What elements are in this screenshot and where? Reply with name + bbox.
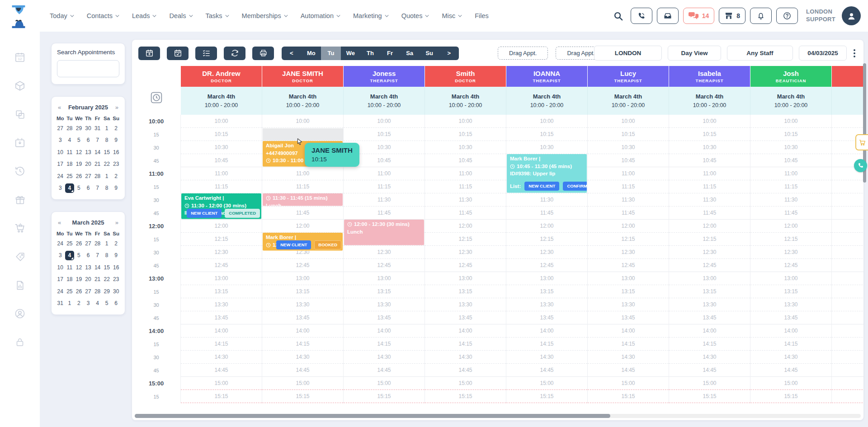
calendar-day[interactable]: 14 <box>93 148 102 157</box>
time-slot[interactable]: 10:45 <box>588 154 669 167</box>
calendar-day[interactable]: 12 <box>74 263 84 272</box>
help-button[interactable] <box>776 8 798 24</box>
time-slot[interactable]: 14:30 <box>588 351 669 364</box>
time-slot[interactable]: 10:30 <box>669 141 750 154</box>
calendar-day[interactable]: 5 <box>74 136 84 145</box>
weekday-button-we[interactable]: We <box>341 47 361 60</box>
time-slot[interactable]: 15:15 <box>344 390 425 403</box>
time-slot[interactable]: 12:30 <box>832 246 863 259</box>
rail-item-calendar-import[interactable] <box>13 136 27 150</box>
time-slot[interactable]: 15:00 <box>425 377 506 390</box>
time-slot[interactable]: 14:15 <box>425 338 506 351</box>
horizontal-scrollbar[interactable] <box>135 414 610 418</box>
time-slot[interactable]: 14:30 <box>425 351 506 364</box>
time-slot[interactable]: 13:30 <box>181 298 262 311</box>
time-slot[interactable]: 10:00 <box>262 115 343 128</box>
time-slot[interactable]: 11:30 <box>832 193 863 206</box>
calendar-day[interactable]: 3 <box>56 251 65 260</box>
rail-item-price-tag[interactable]: $ <box>13 250 27 263</box>
time-slot[interactable]: 12:45 <box>262 259 343 272</box>
nav-item-today[interactable]: Today <box>50 12 74 19</box>
time-slot[interactable]: 10:30 <box>750 141 831 154</box>
calendar-day[interactable]: 23 <box>111 275 121 284</box>
time-slot[interactable]: 13:45 <box>181 311 262 324</box>
time-slot[interactable]: 10:15 <box>425 128 506 141</box>
calendar-day[interactable]: 9 <box>111 136 121 145</box>
nav-item-automation[interactable]: Automation <box>301 12 340 19</box>
weekday-button-su[interactable]: Su <box>420 47 439 60</box>
nav-item-leads[interactable]: Leads <box>132 12 157 19</box>
time-slot[interactable]: 12:15 <box>750 233 831 246</box>
calendar-day[interactable]: 4 <box>65 183 75 193</box>
calendar-day[interactable]: 10 <box>56 148 65 157</box>
time-slot[interactable]: 11:30 <box>344 193 425 206</box>
time-slot[interactable]: 11:00 <box>425 167 506 180</box>
calendar-day[interactable]: 6 <box>84 183 93 193</box>
calendar-day[interactable]: 26 <box>74 287 84 296</box>
calendar-day[interactable]: 1 <box>102 172 112 181</box>
appointment[interactable]: 12:00 - 12:30 (30 mins)Lunch <box>344 220 424 245</box>
time-slot[interactable]: 13:15 <box>669 285 750 298</box>
rail-item-gift[interactable] <box>13 193 27 206</box>
nav-item-tasks[interactable]: Tasks <box>206 12 229 19</box>
calendar-day[interactable]: 6 <box>84 251 93 260</box>
time-slot[interactable]: 14:00 <box>262 324 343 338</box>
calendar-day[interactable]: 25 <box>65 287 75 296</box>
time-slot[interactable]: 11:45 <box>425 206 506 220</box>
weekday-button-tu[interactable]: Tu <box>321 47 341 60</box>
time-slot[interactable]: 12:00 <box>832 220 863 233</box>
rail-item-lock[interactable] <box>13 335 27 349</box>
time-slot[interactable]: 11:00 <box>750 167 831 180</box>
calendar-day[interactable]: 30 <box>111 287 121 296</box>
time-slot[interactable]: 13:30 <box>588 298 669 311</box>
user-avatar[interactable] <box>842 6 861 25</box>
nav-item-contacts[interactable]: Contacts <box>87 12 119 19</box>
prev-day-button[interactable]: < <box>282 47 302 60</box>
time-slot[interactable]: 15:15 <box>832 390 863 403</box>
nav-item-deals[interactable]: Deals <box>169 12 193 19</box>
calendar-day[interactable]: 11 <box>65 263 75 272</box>
calendar-day[interactable]: 4 <box>93 299 102 308</box>
staff-column-header[interactable]: LucyTHERAPIST <box>588 66 669 87</box>
time-slot[interactable]: 10:00 <box>669 115 750 128</box>
time-slot[interactable]: 12:00 <box>669 220 750 233</box>
nav-item-marketing[interactable]: Marketing <box>353 12 389 19</box>
calendar-day[interactable]: 9 <box>111 183 121 193</box>
time-slot[interactable]: 14:30 <box>750 351 831 364</box>
time-slot[interactable]: 10:00 <box>425 115 506 128</box>
chat-button[interactable]: 14 <box>683 8 715 24</box>
calendar-day[interactable]: 12 <box>74 148 84 157</box>
time-slot[interactable]: 11:30 <box>425 193 506 206</box>
calendar-day[interactable]: 2 <box>111 124 121 133</box>
time-slot[interactable]: 14:15 <box>262 338 343 351</box>
time-slot[interactable]: 12:45 <box>588 259 669 272</box>
time-slot[interactable]: 14:15 <box>588 338 669 351</box>
time-slot[interactable]: 10:30 <box>181 141 262 154</box>
time-slot[interactable]: 12:30 <box>181 246 262 259</box>
inbox-button[interactable] <box>657 8 679 24</box>
time-slot[interactable]: 10:00 <box>588 115 669 128</box>
time-slot[interactable]: 12:30 <box>669 246 750 259</box>
calendar-day[interactable]: 5 <box>74 183 84 193</box>
time-slot[interactable]: 14:45 <box>588 364 669 377</box>
cart-flyout-icon[interactable] <box>855 134 868 150</box>
next-month-button[interactable]: » <box>115 219 118 226</box>
calendar-day[interactable]: 16 <box>111 148 121 157</box>
staff-select[interactable]: Any Staff <box>727 46 793 61</box>
time-slot[interactable]: 15:00 <box>832 377 863 390</box>
calendar-day[interactable]: 27 <box>56 124 65 133</box>
calendar-day[interactable]: 11 <box>65 148 75 157</box>
staff-column-header[interactable]: DR. AndrewDOCTOR <box>181 66 262 87</box>
time-slot[interactable]: 13:45 <box>669 311 750 324</box>
time-slot[interactable]: 11:45 <box>588 206 669 220</box>
calendar-day[interactable]: 31 <box>93 124 102 133</box>
calendar-day[interactable]: 28 <box>93 287 102 296</box>
time-slot[interactable]: 13:00 <box>425 272 506 285</box>
calendar-day[interactable]: 10 <box>56 263 65 272</box>
time-slot[interactable]: 11:30 <box>669 193 750 206</box>
time-slot[interactable]: 13:15 <box>750 285 831 298</box>
time-slot[interactable]: 14:30 <box>506 351 587 364</box>
calendar-day[interactable]: 4 <box>65 251 75 260</box>
time-slot[interactable]: 13:00 <box>344 272 425 285</box>
calendar-day[interactable]: 4 <box>65 136 75 145</box>
